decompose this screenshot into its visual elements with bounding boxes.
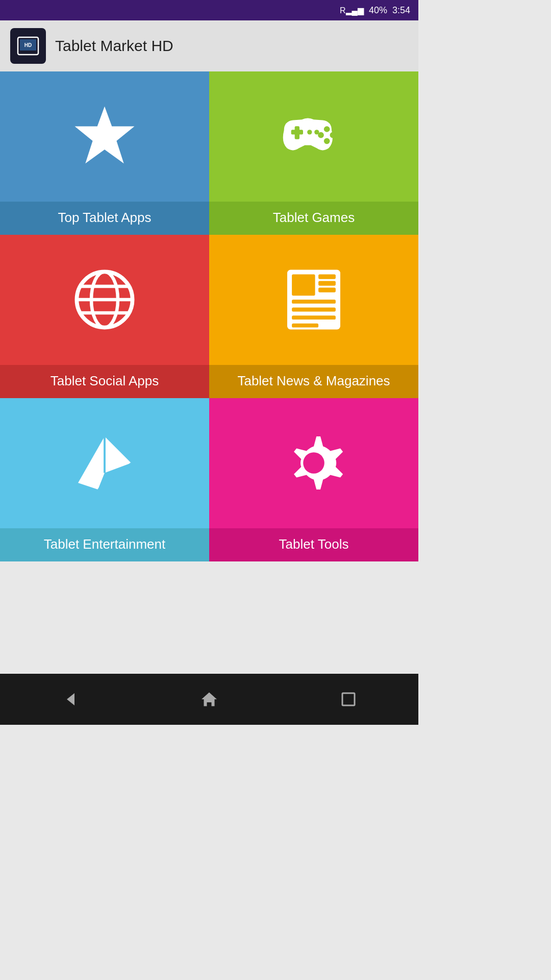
news-icon-area <box>209 235 418 365</box>
logo-icon: HD <box>15 33 41 59</box>
signal-icon: R▂▄▆ <box>340 6 364 15</box>
social-icon-area <box>0 235 209 365</box>
svg-rect-21 <box>318 288 336 292</box>
globe-icon <box>71 266 138 333</box>
svg-point-9 <box>324 138 330 144</box>
app-title: Tablet Market HD <box>55 37 173 55</box>
svg-rect-18 <box>292 275 315 296</box>
app-logo: HD <box>10 28 46 64</box>
tablet-games-label: Tablet Games <box>209 202 418 235</box>
cell-top-tablet-apps[interactable]: Top Tablet Apps <box>0 71 209 235</box>
recent-icon <box>339 690 358 708</box>
home-button[interactable] <box>194 684 224 715</box>
svg-rect-24 <box>292 316 336 320</box>
svg-rect-31 <box>342 693 355 705</box>
star-icon <box>71 103 138 169</box>
back-button[interactable] <box>55 684 85 715</box>
svg-rect-20 <box>318 281 336 286</box>
gear-icon <box>281 430 347 496</box>
cell-tablet-games[interactable]: Tablet Games <box>209 71 418 235</box>
svg-point-8 <box>330 132 336 138</box>
top-apps-icon-area <box>0 71 209 202</box>
games-icon-area <box>209 71 418 202</box>
main-grid: Top Tablet Apps Tablet Games <box>0 71 418 561</box>
svg-marker-3 <box>75 107 135 164</box>
svg-point-29 <box>303 453 324 474</box>
svg-point-10 <box>307 130 312 135</box>
tablet-entertainment-label: Tablet Entertainment <box>0 528 209 561</box>
cell-tablet-tools[interactable]: Tablet Tools <box>209 398 418 561</box>
status-bar: R▂▄▆ 40% 3:54 <box>0 0 418 20</box>
app-header: HD Tablet Market HD <box>0 20 418 71</box>
tablet-social-label: Tablet Social Apps <box>0 365 209 398</box>
svg-point-11 <box>314 130 319 135</box>
tablet-tools-label: Tablet Tools <box>209 528 418 561</box>
back-icon <box>61 690 79 708</box>
clock: 3:54 <box>392 5 410 16</box>
tablet-news-label: Tablet News & Magazines <box>209 365 418 398</box>
svg-marker-30 <box>67 693 74 705</box>
paper-plane-icon <box>71 430 138 496</box>
svg-rect-23 <box>292 308 336 312</box>
battery-status: 40% <box>369 5 387 16</box>
newspaper-icon <box>283 266 344 333</box>
gamepad-icon <box>278 106 349 167</box>
cell-tablet-news[interactable]: Tablet News & Magazines <box>209 235 418 398</box>
bottom-spacer <box>0 561 418 633</box>
cell-tablet-social[interactable]: Tablet Social Apps <box>0 235 209 398</box>
svg-text:HD: HD <box>24 42 32 48</box>
svg-point-6 <box>324 127 330 133</box>
entertainment-icon-area <box>0 398 209 528</box>
bottom-nav <box>0 674 418 725</box>
svg-rect-25 <box>292 324 318 328</box>
svg-rect-22 <box>292 300 336 304</box>
top-tablet-apps-label: Top Tablet Apps <box>0 202 209 235</box>
svg-rect-5 <box>291 130 303 135</box>
home-icon <box>200 690 218 708</box>
recent-button[interactable] <box>333 684 364 715</box>
svg-rect-19 <box>318 275 336 279</box>
tools-icon-area <box>209 398 418 528</box>
cell-tablet-entertainment[interactable]: Tablet Entertainment <box>0 398 209 561</box>
